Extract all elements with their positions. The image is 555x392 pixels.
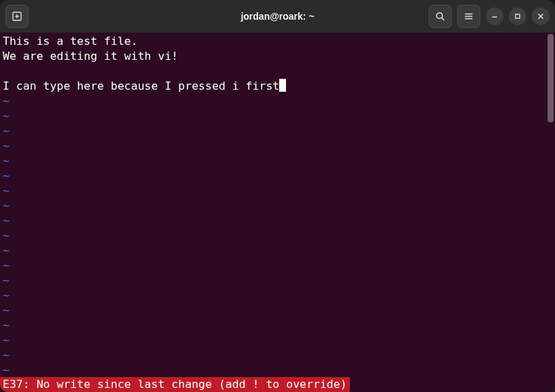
tilde-line: ~ — [0, 318, 555, 333]
tilde-line: ~ — [0, 154, 555, 168]
titlebar: jordan@roark: ~ — [0, 0, 555, 33]
tilde-line: ~ — [0, 109, 555, 124]
tilde-line: ~ — [0, 124, 555, 139]
tilde-line: ~ — [0, 183, 555, 198]
window-title: jordan@roark: ~ — [240, 11, 314, 22]
titlebar-left-group — [5, 5, 29, 28]
tilde-line: ~ — [0, 198, 555, 213]
scrollbar-thumb[interactable] — [548, 34, 554, 122]
minimize-icon — [490, 12, 499, 20]
status-line: E37: No write since last change (add ! t… — [0, 377, 350, 392]
buffer-line: I can type here because I pressed i firs… — [0, 79, 555, 94]
maximize-icon — [514, 12, 522, 20]
titlebar-right-group — [429, 5, 550, 28]
minimize-button[interactable] — [486, 7, 503, 25]
svg-rect-9 — [516, 14, 520, 18]
tilde-line: ~ — [0, 258, 555, 273]
hamburger-icon — [463, 11, 474, 22]
tilde-line: ~ — [0, 213, 555, 228]
new-tab-icon — [11, 10, 23, 22]
tilde-line: ~ — [0, 348, 555, 363]
close-icon — [537, 12, 545, 20]
tilde-line: ~ — [0, 139, 555, 154]
tilde-line: ~ — [0, 243, 555, 258]
tilde-line: ~ — [0, 273, 555, 288]
search-button[interactable] — [429, 5, 452, 28]
tilde-line: ~ — [0, 228, 555, 243]
tilde-line: ~ — [0, 94, 555, 109]
maximize-button[interactable] — [509, 7, 526, 25]
editor-buffer: This is a test file.We are editing it wi… — [0, 34, 555, 94]
buffer-line — [0, 64, 555, 79]
tilde-line: ~ — [0, 333, 555, 348]
tilde-line: ~ — [0, 168, 555, 183]
search-icon — [435, 11, 446, 22]
new-tab-button[interactable] — [5, 5, 29, 28]
menu-button[interactable] — [457, 5, 480, 28]
tilde-line: ~ — [0, 363, 555, 378]
editor-tilde-region: ~~~~~~~~~~~~~~~~~~~ — [0, 94, 555, 378]
terminal-area[interactable]: This is a test file.We are editing it wi… — [0, 33, 555, 392]
buffer-line: We are editing it with vi! — [0, 49, 555, 64]
cursor — [279, 79, 286, 92]
buffer-line: This is a test file. — [0, 34, 555, 49]
tilde-line: ~ — [0, 303, 555, 318]
svg-line-4 — [442, 18, 444, 20]
close-button[interactable] — [532, 7, 550, 25]
tilde-line: ~ — [0, 288, 555, 303]
